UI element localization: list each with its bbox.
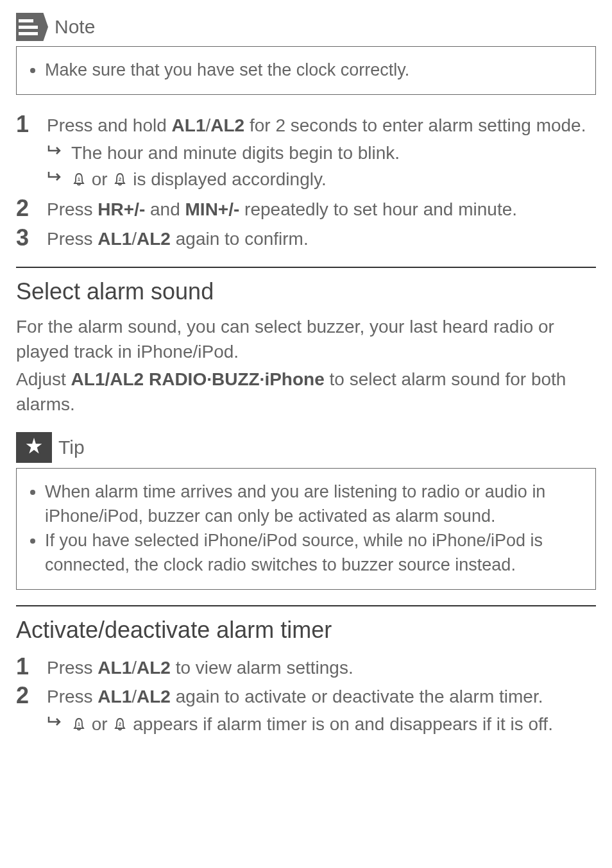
result-arrow-icon (47, 171, 64, 183)
activate-steps: 1 Press AL1/AL2 to view alarm settings. … (16, 653, 596, 739)
step-body: Press and hold AL1/AL2 for 2 seconds to … (47, 110, 596, 194)
note-label: Note (55, 16, 95, 38)
activate-step-2: 2 Press AL1/AL2 again to activate or dea… (16, 681, 596, 738)
section-title-select-sound: Select alarm sound (16, 278, 596, 305)
svg-text:2: 2 (119, 176, 122, 182)
note-box: Make sure that you have set the clock co… (16, 46, 596, 95)
activate-step-1: 1 Press AL1/AL2 to view alarm settings. (16, 653, 596, 680)
body-text: For the alarm sound, you can select buzz… (16, 314, 596, 364)
step-body: Press AL1/AL2 to view alarm settings. (47, 653, 596, 680)
svg-text:2: 2 (119, 721, 122, 727)
bell-2-icon: 2 (114, 172, 126, 187)
section-rule (16, 267, 596, 268)
step-body: Press AL1/AL2 again to activate or deact… (47, 681, 596, 738)
step-body: Press AL1/AL2 again to confirm. (47, 224, 596, 251)
note-item: Make sure that you have set the clock co… (45, 58, 581, 83)
step-result: 1 or 2 is displayed accordingly. (47, 167, 596, 192)
step-2: 2 Press HR+/- and MIN+/- repeatedly to s… (16, 194, 596, 222)
step-number: 2 (16, 194, 47, 222)
note-header: Note (16, 13, 596, 41)
result-arrow-icon (47, 715, 64, 728)
step-1: 1 Press and hold AL1/AL2 for 2 seconds t… (16, 110, 596, 194)
body-text: Adjust AL1/AL2 RADIO·BUZZ·iPhone to sele… (16, 367, 596, 417)
tip-icon (16, 432, 52, 463)
tip-header: Tip (16, 432, 596, 463)
svg-text:1: 1 (78, 176, 81, 182)
step-number: 3 (16, 224, 47, 251)
tip-box: When alarm time arrives and you are list… (16, 468, 596, 589)
manual-page: Note Make sure that you have set the clo… (0, 0, 612, 766)
svg-text:1: 1 (78, 721, 81, 727)
bell-2-icon: 2 (114, 717, 126, 731)
tip-item: When alarm time arrives and you are list… (45, 480, 581, 529)
note-icon (16, 13, 48, 41)
step-number: 2 (16, 681, 47, 709)
step-3: 3 Press AL1/AL2 again to confirm. (16, 224, 596, 251)
alarm-set-steps: 1 Press and hold AL1/AL2 for 2 seconds t… (16, 110, 596, 251)
result-arrow-icon (47, 144, 64, 157)
section-title-activate: Activate/deactivate alarm timer (16, 617, 596, 644)
bell-1-icon: 1 (72, 172, 85, 187)
step-number: 1 (16, 653, 47, 680)
step-number: 1 (16, 110, 47, 138)
bell-1-icon: 1 (72, 717, 85, 731)
tip-item: If you have selected iPhone/iPod source,… (45, 529, 581, 578)
step-body: Press HR+/- and MIN+/- repeatedly to set… (47, 194, 596, 222)
section-rule (16, 605, 596, 606)
step-result: 1 or 2 appears if alarm timer is on and … (47, 712, 596, 737)
tip-label: Tip (58, 437, 85, 458)
step-result: The hour and minute digits begin to blin… (47, 140, 596, 165)
